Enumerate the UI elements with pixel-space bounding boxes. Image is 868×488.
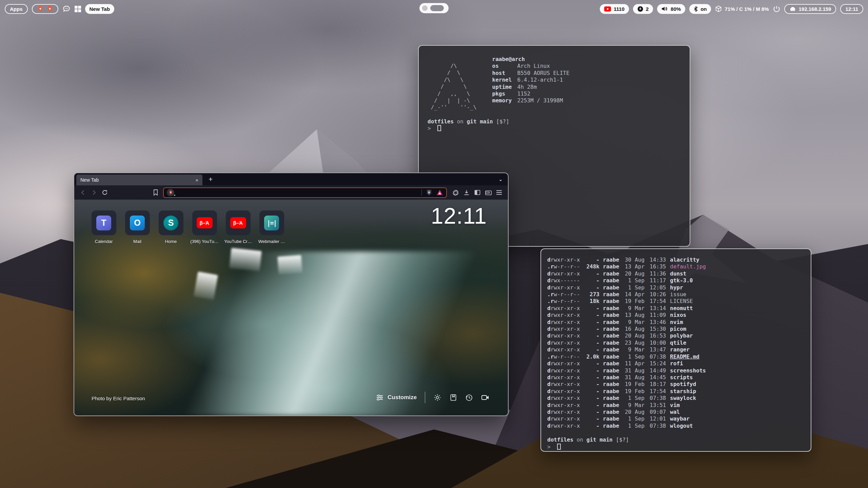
- new-tab-page: T Calendar O Mail S Home: [74, 200, 508, 415]
- shortcut-site-icon: β–Ά: [230, 217, 246, 228]
- prompt-git-status: [$?]: [496, 118, 509, 125]
- power-button[interactable]: [773, 5, 780, 13]
- brave-rewards-bat-icon[interactable]: [436, 189, 443, 196]
- customize-button[interactable]: Customize: [376, 394, 417, 401]
- bookmarks-book-icon[interactable]: [450, 394, 457, 401]
- history-clock-icon[interactable]: [465, 394, 473, 402]
- file-row: drwxr-xr-x - raabe 9 Mar 13:46 nvim: [547, 319, 805, 326]
- browser-toolbar: [74, 185, 508, 200]
- tab-title: New Tab: [80, 177, 193, 183]
- badge-dot: [174, 195, 175, 196]
- tab-new-tab[interactable]: New Tab ×: [76, 175, 202, 185]
- prompt-caret: >: [428, 125, 431, 131]
- file-row: drwxr-xr-x - raabe 31 Aug 14:49 screensh…: [547, 367, 805, 374]
- photo-waterfall: [277, 255, 302, 274]
- volume-module[interactable]: 80%: [657, 4, 685, 14]
- youtube-icon: [604, 6, 611, 12]
- shortcut-label: Home: [165, 239, 177, 244]
- apps-button[interactable]: Apps: [5, 4, 28, 14]
- back-button[interactable]: [78, 187, 88, 198]
- system-stats-module: 71% / C 1% / M 8%: [715, 5, 769, 12]
- brave-app-icon[interactable]: [37, 5, 44, 12]
- extensions-icon[interactable]: [450, 187, 461, 198]
- file-row: drwxr-xr-x - raabe 31 Aug 14:45 scripts: [547, 374, 805, 381]
- prompt-directory: dotfiles: [547, 436, 573, 443]
- shortcut-tile[interactable]: |=| Webmailer …: [257, 210, 286, 244]
- file-row: drwxr-xr-x - raabe 16 Aug 15:30 picom: [547, 326, 805, 332]
- chat-tray-icon[interactable]: [62, 5, 71, 13]
- shortcut-tile[interactable]: T Calendar: [89, 210, 118, 244]
- shortcut-site-icon: β–Ά: [197, 217, 213, 228]
- prompt-git-branch: git main: [587, 436, 613, 443]
- wallet-icon[interactable]: [483, 187, 494, 198]
- file-row: drwxr-xr-x - raabe 9 Mar 13:14 neomutt: [547, 305, 805, 312]
- file-row: drwxr-xr-x - raabe 1 Sep 12:01 waybar: [547, 415, 805, 422]
- updates-module[interactable]: 2: [633, 4, 653, 14]
- prompt-git-status: [$?]: [616, 436, 629, 443]
- file-row: drwxr-xr-x - raabe 23 Aug 10:00 qtile: [547, 340, 805, 346]
- ethernet-icon: [789, 6, 796, 12]
- volume-value: 80%: [671, 6, 681, 12]
- youtube-module[interactable]: 1110: [600, 4, 629, 14]
- forward-button[interactable]: [88, 187, 99, 198]
- downloads-icon[interactable]: [461, 187, 472, 198]
- new-tab-button[interactable]: +: [202, 175, 219, 183]
- file-listing: drwxr-xr-x - raabe 30 Aug 14:33 alacritt…: [547, 257, 805, 429]
- download-circle-icon: [637, 6, 643, 12]
- tab-strip: New Tab × + ⌄: [74, 173, 508, 185]
- settings-gear-icon[interactable]: [433, 393, 441, 402]
- photo-river: [126, 251, 508, 415]
- clock-module[interactable]: 12:11: [840, 4, 863, 14]
- workspace-indicator[interactable]: [419, 3, 449, 13]
- arch-ascii-logo: /\ / \ /\ \ / \ / ,, \ / | | -\ /_-'' ''…: [428, 63, 477, 111]
- shortcut-tile[interactable]: β–Ά YouTube Cr…: [223, 210, 253, 244]
- brave-app-icon[interactable]: [46, 5, 53, 12]
- package-cube-icon: [715, 5, 722, 12]
- fetch-user-host: raabe@arch: [492, 56, 570, 63]
- new-tab-clock: 12:11: [431, 203, 487, 229]
- file-row: drwxr-xr-x - raabe 13 Aug 11:09 nixos: [547, 312, 805, 319]
- video-camera-icon[interactable]: [481, 394, 490, 401]
- file-row: .rw-r--r-- 273 raabe 14 Apr 10:26 issue: [547, 291, 805, 298]
- shortcut-tile[interactable]: O Mail: [123, 210, 152, 244]
- file-row: drwxr-xr-x - raabe 19 Feb 17:54 starship: [547, 388, 805, 395]
- photo-credit[interactable]: Photo by Eric Patterson: [92, 395, 145, 401]
- shortcut-tile[interactable]: β–Ά (396) YouTu…: [190, 210, 219, 244]
- shortcut-label: Mail: [133, 239, 141, 244]
- prompt-git-branch: git main: [467, 118, 493, 125]
- workspace-dot[interactable]: [422, 5, 428, 11]
- brave-shields-icon[interactable]: [426, 189, 432, 196]
- active-window-title[interactable]: New Tab: [85, 4, 115, 14]
- reload-button[interactable]: [99, 187, 110, 198]
- file-row: drwxr-xr-x - raabe 1 Sep 07:38 wlogout: [547, 423, 805, 429]
- terminal-window-files[interactable]: drwxr-xr-x - raabe 30 Aug 14:33 alacritt…: [540, 248, 811, 452]
- customize-label: Customize: [388, 394, 417, 401]
- apps-label: Apps: [10, 6, 23, 12]
- terminal-cursor: [557, 444, 561, 450]
- file-row: .rw-r--r-- 2.0k raabe 1 Sep 07:38 README…: [547, 353, 805, 360]
- sidebar-icon[interactable]: [472, 187, 483, 198]
- file-row: drwxr-xr-x - raabe 19 Feb 18:17 spotifyd: [547, 381, 805, 388]
- file-row: .rw-r--r-- 248k raabe 13 Apr 16:35 defau…: [547, 263, 805, 270]
- updates-count: 2: [646, 6, 649, 12]
- photo-waterfall: [230, 248, 262, 271]
- network-module[interactable]: 192.168.2.159: [784, 4, 836, 14]
- tab-close-button[interactable]: ×: [195, 177, 198, 183]
- shortcut-label: Webmailer …: [258, 239, 285, 244]
- system-stats-text: 71% / C 1% / M 8%: [725, 6, 769, 12]
- file-row: drwxr-xr-x - raabe 11 Apr 15:24 rofi: [547, 360, 805, 367]
- taskbar-brave-group[interactable]: [32, 4, 58, 14]
- menu-icon[interactable]: [494, 187, 505, 198]
- bluetooth-module[interactable]: on: [689, 4, 711, 14]
- file-row: .rw-r--r-- 18k raabe 19 Feb 17:54 LICENS…: [547, 298, 805, 305]
- brave-shields-badge-icon[interactable]: [167, 189, 174, 196]
- file-row: drwxr-xr-x - raabe 30 Aug 14:33 alacritt…: [547, 257, 805, 263]
- windows-tray-icon[interactable]: [75, 6, 81, 12]
- file-row: drwxr-xr-x - raabe 20 Aug 16:53 polybar: [547, 332, 805, 339]
- url-bar[interactable]: [163, 187, 447, 198]
- shortcut-tile[interactable]: S Home: [156, 210, 185, 244]
- workspace-active-pill[interactable]: [430, 5, 444, 11]
- bookmark-icon[interactable]: [150, 187, 161, 198]
- all-tabs-menu-button[interactable]: ⌄: [493, 177, 508, 182]
- browser-window[interactable]: New Tab × + ⌄: [74, 172, 509, 416]
